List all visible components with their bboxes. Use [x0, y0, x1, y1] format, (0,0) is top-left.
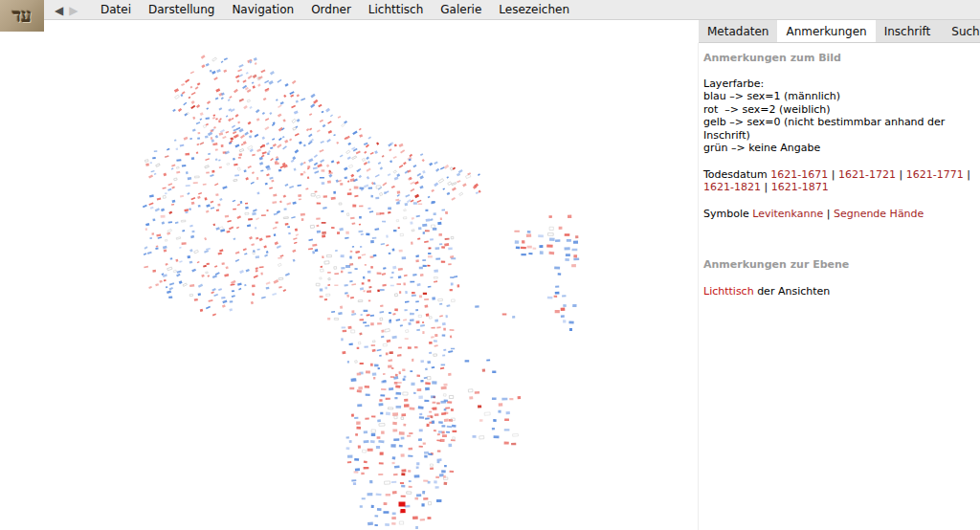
- menu-item-ordner[interactable]: Ordner: [302, 0, 360, 20]
- link-todesdatum-1621-1771[interactable]: 1621-1771: [906, 168, 964, 181]
- app-window: Datei Darstellung Navigation Ordner Lich…: [0, 0, 980, 530]
- tab-inschrift[interactable]: Inschrift: [876, 20, 940, 42]
- legend-gruen: grün –> keine Angabe: [703, 142, 971, 155]
- link-todesdatum-1621-1721[interactable]: 1621-1721: [838, 168, 896, 181]
- link-todesdatum-1621-1671[interactable]: 1621-1671: [770, 168, 828, 181]
- panel-divider: [698, 43, 699, 530]
- legend-blau: blau –> sex=1 (männlich): [703, 90, 971, 103]
- symbole-block: Symbole Levitenkanne | Segnende Hände: [703, 208, 971, 221]
- link-levitenkanne[interactable]: Levitenkanne: [752, 208, 823, 220]
- menu-item-lesezeichen[interactable]: Lesezeichen: [490, 0, 578, 20]
- link-segnende-haende[interactable]: Segnende Hände: [834, 208, 924, 220]
- tab-anmerkungen[interactable]: Anmerkungen: [777, 20, 875, 42]
- tab-suchen[interactable]: Suchen: [943, 20, 980, 42]
- forward-arrow-icon[interactable]: ▶: [69, 4, 78, 17]
- history-nav: ◀ ▶: [55, 0, 78, 20]
- section-title-ebene: Anmerkungen zur Ebene: [703, 258, 971, 272]
- cemetery-map-canvas[interactable]: [0, 20, 699, 530]
- section-title-bild: Anmerkungen zum Bild: [703, 52, 971, 65]
- menu-item-lichttisch[interactable]: Lichttisch: [360, 0, 432, 20]
- todesdatum-block: Todesdatum 1621-1671 | 1621-1721 | 1621-…: [703, 168, 971, 194]
- separator: |: [967, 168, 970, 181]
- separator: |: [764, 181, 768, 193]
- menu-item-galerie[interactable]: Galerie: [432, 0, 490, 20]
- annotations-panel: Anmerkungen zum Bild Layerfarbe: blau –>…: [703, 52, 971, 298]
- layer-label: Layerfarbe:: [703, 77, 971, 91]
- right-tab-bar: Metadaten Anmerkungen Inschrift Suchen: [699, 20, 980, 43]
- menu-bar: Datei Darstellung Navigation Ordner Lich…: [0, 0, 980, 20]
- separator: |: [827, 208, 831, 220]
- separator: |: [832, 168, 835, 181]
- menu-item-darstellung[interactable]: Darstellung: [140, 0, 223, 20]
- menu-items: Datei Darstellung Navigation Ordner Lich…: [92, 0, 578, 20]
- separator: |: [899, 168, 902, 181]
- link-todesdatum-1621-1821[interactable]: 1621-1821: [703, 181, 761, 193]
- menu-item-datei[interactable]: Datei: [92, 0, 140, 20]
- legend-gelb: gelb –> sex=0 (nicht bestimmbar anhand d…: [703, 116, 971, 142]
- link-lichttisch[interactable]: Lichttisch: [703, 285, 754, 298]
- menu-item-navigation[interactable]: Navigation: [223, 0, 302, 20]
- todesdatum-label: Todesdatum: [703, 168, 768, 181]
- app-logo-stone[interactable]: עד: [0, 0, 44, 32]
- link-todesdatum-1621-1871[interactable]: 1621-1871: [771, 181, 829, 193]
- tab-metadaten[interactable]: Metadaten: [699, 20, 777, 42]
- ebene-rest-label: der Ansichten: [757, 285, 830, 298]
- legend-rot: rot –> sex=2 (weiblich): [703, 103, 971, 117]
- back-arrow-icon[interactable]: ◀: [55, 4, 63, 17]
- ebene-block: Lichttisch der Ansichten: [703, 285, 971, 298]
- symbole-label: Symbole: [703, 208, 749, 220]
